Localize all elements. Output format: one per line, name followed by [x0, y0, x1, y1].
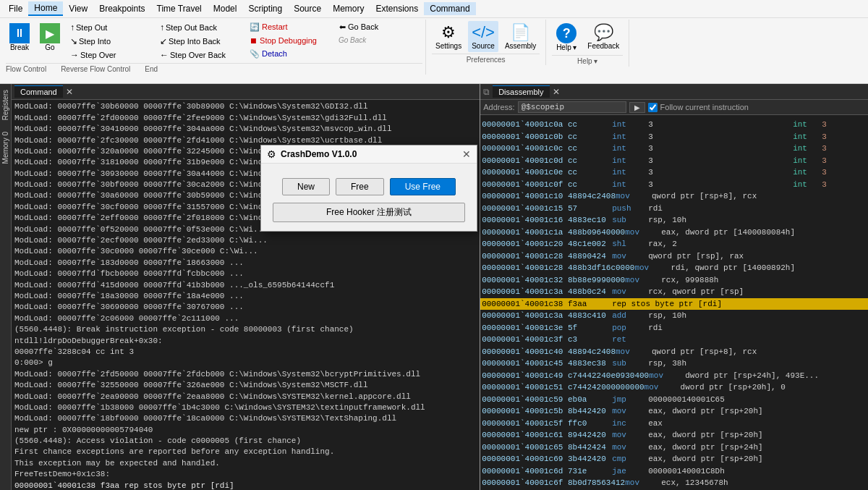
disasm-address: 00000001`40001c61 89442420 — [482, 429, 612, 442]
disasm-mnemonic: mov — [616, 190, 652, 203]
disasm-address: 00000001`40001c28 488b3df16c0000 — [482, 262, 634, 274]
disasm-row[interactable]: 00000001`40001c38 f3aarep stos byte ptr … — [480, 298, 868, 311]
disasm-mnemonic: rep stos byte ptr [rdi] — [612, 298, 722, 311]
cmd-line: ModLoad: 00007ffe`183d0000 00007ffe`1866… — [14, 258, 477, 269]
source-button[interactable]: </> Source — [468, 21, 498, 52]
cmd-line: 0:000> g — [14, 358, 477, 368]
menu-time-travel[interactable]: Time Travel — [151, 2, 208, 15]
disasm-row[interactable]: 00000001`40001c20 48c1e002shlrax, 2 — [480, 238, 868, 250]
cmd-line: ModLoad: 00007ffd`fbcb0000 00007ffd`fcbb… — [14, 269, 477, 279]
menu-extensions[interactable]: Extensions — [370, 2, 425, 15]
step-into-back-button[interactable]: ↙ Step Into Back — [156, 35, 243, 48]
detach-button[interactable]: 📎 Detach — [246, 48, 333, 60]
disasm-row[interactable]: 00000001`40001c3a 4883c410addrsp, 10h — [480, 310, 868, 322]
help-button[interactable]: ? Help ▾ — [552, 21, 581, 54]
command-panel-close[interactable]: ✕ — [66, 87, 73, 97]
command-tab[interactable]: Command — [14, 85, 63, 98]
menu-view[interactable]: View — [63, 2, 93, 15]
disasm-mnemonic: mov — [644, 381, 681, 394]
disasm-content[interactable]: 00000001`40001c04 ccint3int300000001`400… — [480, 115, 868, 490]
disasm-row[interactable]: 00000001`40001c0b ccint3int3 — [480, 131, 868, 143]
feedback-button[interactable]: 💬 Feedback — [584, 21, 623, 54]
disasm-row[interactable]: 00000001`40001c49 c74442240e0930400movdw… — [480, 370, 868, 382]
disasm-row[interactable]: 00000001`40001c51 c744242000000000movdwo… — [480, 381, 868, 394]
step-over-back-button[interactable]: ← Step Over Back — [156, 48, 243, 62]
disasm-row[interactable]: 00000001`40001c6d 731ejae000000140001C8D… — [480, 465, 868, 478]
step-out-back-button[interactable]: ↑ Step Out Back — [156, 21, 243, 34]
disasm-row[interactable]: 00000001`40001c15 57pushrdi — [480, 203, 868, 215]
disasm-row[interactable]: 00000001`40001c40 48894c2408movqword ptr… — [480, 346, 868, 358]
menu-file[interactable]: File — [3, 2, 28, 15]
disasm-operand — [648, 334, 793, 346]
disasm-mnemonic: int — [612, 143, 648, 155]
disasm-operand: rdi, qword ptr [14000892h] — [671, 262, 815, 274]
disasm-address: 00000001`40001c5b 8b442420 — [482, 405, 612, 418]
disasm-mnemonic: sub — [612, 358, 648, 370]
menu-model[interactable]: Model — [208, 2, 243, 15]
stop-debug-button[interactable]: ⏹ Stop Debugging — [246, 35, 333, 46]
go-back-button[interactable]: ⬅ Go Back — [336, 21, 422, 33]
settings-button[interactable]: ⚙ Settings — [432, 21, 465, 52]
disasm-row[interactable]: 00000001`40001c6f 8b0d78563412movecx, 12… — [480, 477, 868, 489]
disasm-tab[interactable]: Disassembly — [493, 85, 549, 98]
cmd-line: 00007ffe`3288c04 cc int 3 — [14, 347, 477, 358]
disasm-val: 3 — [822, 155, 827, 167]
disasm-address: 00000001`40001c38 f3aa — [482, 298, 612, 311]
disasm-row[interactable]: 00000001`40001c32 8b88e9990000movrcx, 99… — [480, 274, 868, 287]
disasm-val: 3 — [822, 179, 827, 191]
follow-checkbox[interactable] — [648, 103, 658, 112]
disasm-row[interactable]: 00000001`40001c5b 8b442420moveax, dword … — [480, 405, 868, 418]
disasm-row[interactable]: 00000001`40001c0c ccint3int3 — [480, 143, 868, 155]
menu-breakpoints[interactable]: Breakpoints — [93, 2, 150, 15]
registers-tab[interactable]: Registers — [0, 84, 11, 126]
disasm-operand: 3 — [648, 143, 793, 155]
disasm-panel-close[interactable]: ✕ — [553, 87, 560, 97]
disasm-row[interactable]: 00000001`40001c28 48890424movqword ptr [… — [480, 250, 868, 263]
disasm-row[interactable]: 00000001`40001c3e 5fpoprdi — [480, 322, 868, 334]
disasm-row[interactable]: 00000001`40001c5f ffc0inceax — [480, 418, 868, 430]
menu-command[interactable]: Command — [424, 2, 475, 15]
disasm-row[interactable]: 00000001`40001c16 4883ec10subrsp, 10h — [480, 214, 868, 227]
disasm-address: 00000001`40001c0d cc — [482, 155, 612, 167]
disasm-operand: rdi — [648, 203, 793, 215]
break-button[interactable]: ⏸ Break — [6, 21, 33, 54]
address-input[interactable] — [518, 101, 626, 113]
step-over-button[interactable]: → Step Over — [67, 48, 153, 62]
follow-btn[interactable]: ▶ — [629, 102, 645, 113]
disasm-val: 3 — [822, 119, 827, 131]
disasm-address: 00000001`40001c6f 8b0d78563412 — [482, 477, 625, 489]
disasm-operand: 0000000140001C65 — [648, 394, 793, 406]
disasm-row[interactable]: 00000001`40001c3a 488b0c24movrcx, qword … — [480, 286, 868, 298]
menu-memory[interactable]: Memory — [327, 2, 370, 15]
step-into-button[interactable]: ↘ Step Into — [67, 35, 153, 48]
disasm-row[interactable]: 00000001`40001c45 4883ec38subrsp, 38h — [480, 358, 868, 370]
free-hooker-button[interactable]: Free Hooker 注册测试 — [273, 203, 465, 222]
go-button[interactable]: ▶ Go — [36, 21, 64, 54]
disasm-row[interactable]: 00000001`40001c61 89442420moveax, dword … — [480, 429, 868, 442]
new-button[interactable]: New — [282, 178, 330, 195]
menu-source[interactable]: Source — [288, 2, 327, 15]
disasm-row[interactable]: 00000001`40001c59 eb0ajmp0000000140001C6… — [480, 394, 868, 406]
disasm-operand: rsp, 10h — [648, 310, 793, 322]
disasm-row[interactable]: 00000001`40001c0e ccint3int3 — [480, 166, 868, 179]
disasm-row[interactable]: 00000001`40001c0d ccint3int3 — [480, 155, 868, 167]
restart-button[interactable]: 🔄 Restart — [246, 21, 333, 33]
disasm-row[interactable]: 00000001`40001c69 3b442420cmpeax, dword … — [480, 453, 868, 465]
step-out-button[interactable]: ↑ Step Out — [67, 21, 153, 34]
memory-tab[interactable]: Memory 0 — [0, 126, 11, 169]
disasm-row[interactable]: 00000001`40001c28 488b3df16c0000movrdi, … — [480, 262, 868, 274]
disasm-row[interactable]: 00000001`40001c65 8b442424moveax, dword … — [480, 442, 868, 454]
use-free-button[interactable]: Use Free — [390, 178, 456, 195]
menu-scripting[interactable]: Scripting — [242, 2, 288, 15]
disasm-operand: 3 — [648, 179, 793, 191]
disasm-row[interactable]: 00000001`40001c10 48894c2408movqword ptr… — [480, 190, 868, 203]
disasm-row[interactable]: 00000001`40001c3f c3ret — [480, 334, 868, 346]
disasm-row[interactable]: 00000001`40001c0a ccint3int3 — [480, 119, 868, 131]
free-button[interactable]: Free — [336, 178, 384, 195]
assembly-button[interactable]: 📄 Assembly — [501, 21, 540, 52]
menu-home[interactable]: Home — [28, 1, 63, 16]
disasm-operand: rcx, 999888h — [661, 274, 806, 287]
dialog-close-button[interactable]: ✕ — [462, 148, 471, 160]
disasm-row[interactable]: 00000001`40001c1a 488b09640000moveax, dw… — [480, 227, 868, 239]
disasm-row[interactable]: 00000001`40001c0f ccint3int3 — [480, 179, 868, 191]
